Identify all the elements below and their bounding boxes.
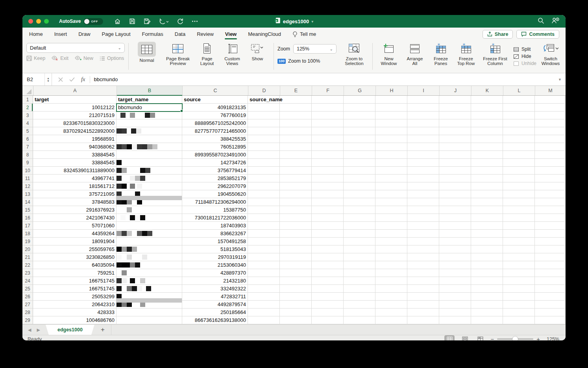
cell-A12[interactable]: 181561712 bbox=[33, 182, 116, 190]
cell-A25[interactable]: 166751745 bbox=[33, 285, 116, 293]
cell-K7[interactable] bbox=[471, 143, 503, 151]
cell-H6[interactable] bbox=[375, 135, 407, 143]
cell-L12[interactable] bbox=[503, 182, 535, 190]
cell-L7[interactable] bbox=[503, 143, 535, 151]
cell-H3[interactable] bbox=[375, 112, 407, 119]
cell-E18[interactable] bbox=[280, 230, 312, 238]
row-header-8[interactable]: 8 bbox=[22, 151, 33, 159]
cell-B8[interactable] bbox=[116, 151, 182, 159]
cell-C24[interactable]: 21432180 bbox=[182, 277, 248, 285]
cell-E3[interactable] bbox=[280, 112, 312, 119]
cell-L8[interactable] bbox=[503, 151, 535, 159]
cell-E11[interactable] bbox=[280, 175, 312, 182]
cell-K26[interactable] bbox=[471, 293, 503, 301]
cell-E19[interactable] bbox=[280, 238, 312, 245]
row-header-25[interactable]: 25 bbox=[22, 285, 33, 293]
cell-M9[interactable] bbox=[535, 159, 566, 167]
cell-F15[interactable] bbox=[312, 206, 344, 214]
cell-A1[interactable]: target bbox=[33, 96, 116, 104]
tab-draw[interactable]: Draw bbox=[78, 28, 91, 40]
exit-button[interactable]: Exit bbox=[52, 56, 68, 61]
cell-A21[interactable]: 3230826850 bbox=[33, 253, 116, 261]
page-break-preview-button[interactable]: Page Break Preview bbox=[164, 42, 192, 71]
cell-I9[interactable] bbox=[407, 159, 439, 167]
cell-A15[interactable]: 2916376923 bbox=[33, 206, 116, 214]
row-header-11[interactable]: 11 bbox=[22, 175, 33, 182]
hide-button[interactable]: Hide bbox=[513, 54, 536, 59]
cell-J7[interactable] bbox=[439, 143, 471, 151]
cell-H13[interactable] bbox=[375, 190, 407, 198]
cell-E21[interactable] bbox=[280, 253, 312, 261]
cell-M27[interactable] bbox=[535, 301, 566, 309]
select-all-corner[interactable] bbox=[22, 86, 33, 95]
cell-L19[interactable] bbox=[503, 238, 535, 245]
minimize-button[interactable] bbox=[36, 19, 41, 24]
cell-M10[interactable] bbox=[535, 167, 566, 175]
cell-F24[interactable] bbox=[312, 277, 344, 285]
cell-B18[interactable] bbox=[116, 230, 182, 238]
cell-I12[interactable] bbox=[407, 182, 439, 190]
cell-K9[interactable] bbox=[471, 159, 503, 167]
cell-D8[interactable] bbox=[248, 151, 280, 159]
zoom-out-button[interactable]: − bbox=[490, 337, 494, 341]
cell-H22[interactable] bbox=[375, 261, 407, 269]
insert-function-icon[interactable]: fx bbox=[81, 76, 85, 83]
cell-E17[interactable] bbox=[280, 222, 312, 230]
row-header-10[interactable]: 10 bbox=[22, 167, 33, 175]
cell-C23[interactable]: 428897370 bbox=[182, 269, 248, 277]
cell-H8[interactable] bbox=[375, 151, 407, 159]
cell-G7[interactable] bbox=[344, 143, 375, 151]
cell-L4[interactable] bbox=[503, 119, 535, 127]
cell-K29[interactable] bbox=[471, 316, 503, 324]
cell-G20[interactable] bbox=[344, 245, 375, 253]
cell-J13[interactable] bbox=[439, 190, 471, 198]
cell-H16[interactable] bbox=[375, 214, 407, 222]
arrange-all-button[interactable]: Arrange All bbox=[404, 42, 426, 71]
cell-M1[interactable] bbox=[535, 96, 566, 104]
cell-I3[interactable] bbox=[407, 112, 439, 119]
cell-L24[interactable] bbox=[503, 277, 535, 285]
keep-button[interactable]: Keep bbox=[26, 56, 45, 61]
cell-K1[interactable] bbox=[471, 96, 503, 104]
formula-value[interactable]: bbcmundo bbox=[94, 76, 118, 82]
cell-A8[interactable]: 33884545 bbox=[33, 151, 116, 159]
cell-H18[interactable] bbox=[375, 230, 407, 238]
cell-F13[interactable] bbox=[312, 190, 344, 198]
column-header-C[interactable]: C bbox=[183, 86, 248, 95]
cell-B12[interactable] bbox=[116, 182, 182, 190]
cell-K14[interactable] bbox=[471, 198, 503, 206]
cell-L1[interactable] bbox=[503, 96, 535, 104]
column-header-M[interactable]: M bbox=[535, 86, 566, 95]
column-header-F[interactable]: F bbox=[312, 86, 344, 95]
cell-K18[interactable] bbox=[471, 230, 503, 238]
cell-A17[interactable]: 57071060 bbox=[33, 222, 116, 230]
cell-K23[interactable] bbox=[471, 269, 503, 277]
cell-D17[interactable] bbox=[248, 222, 280, 230]
confirm-entry-icon[interactable] bbox=[69, 77, 75, 82]
cell-A29[interactable]: 1004686760 bbox=[33, 316, 116, 324]
row-header-18[interactable]: 18 bbox=[22, 230, 33, 238]
cell-G17[interactable] bbox=[344, 222, 375, 230]
cell-I22[interactable] bbox=[407, 261, 439, 269]
cell-F29[interactable] bbox=[312, 316, 344, 324]
cell-F3[interactable] bbox=[312, 112, 344, 119]
cell-H19[interactable] bbox=[375, 238, 407, 245]
show-dropdown[interactable]: Show bbox=[247, 42, 268, 71]
cell-A16[interactable]: 2421067430 bbox=[33, 214, 116, 222]
switch-windows-button[interactable]: Switch Windows bbox=[540, 42, 561, 71]
cell-C2[interactable]: 4091823135 bbox=[182, 104, 248, 112]
cell-E29[interactable] bbox=[280, 316, 312, 324]
cell-B3[interactable] bbox=[116, 112, 182, 119]
cell-C28[interactable]: 250185664 bbox=[182, 309, 248, 316]
next-sheet-icon[interactable]: ▶ bbox=[37, 327, 40, 333]
cell-L18[interactable] bbox=[503, 230, 535, 238]
tab-view[interactable]: View bbox=[225, 28, 237, 40]
cell-K12[interactable] bbox=[471, 182, 503, 190]
options-button[interactable]: Options bbox=[100, 56, 124, 61]
cell-J28[interactable] bbox=[439, 309, 471, 316]
search-icon[interactable] bbox=[538, 17, 544, 26]
cell-E4[interactable] bbox=[280, 119, 312, 127]
cell-J19[interactable] bbox=[439, 238, 471, 245]
cell-K24[interactable] bbox=[471, 277, 503, 285]
cell-B29[interactable] bbox=[116, 316, 182, 324]
